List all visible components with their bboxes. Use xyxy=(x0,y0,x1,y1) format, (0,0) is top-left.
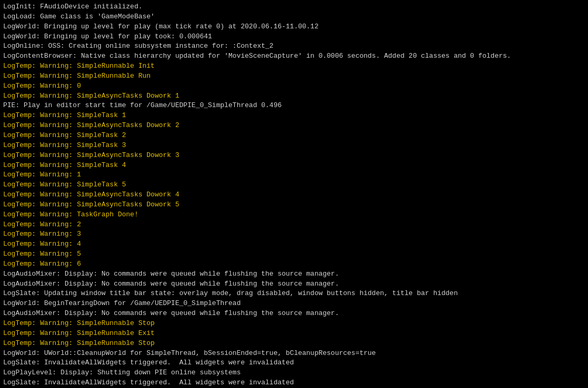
log-line: LogTemp: Warning: SimpleRunnable Stop xyxy=(3,319,585,329)
log-line: LogSlate: InvalidateAllWidgets triggered… xyxy=(3,358,585,368)
log-line: LogTemp: Warning: SimpleAsyncTasks Dowor… xyxy=(3,91,585,101)
log-line: LogTemp: Warning: 2 xyxy=(3,220,585,230)
log-line: LogTemp: Warning: SimpleTask 2 xyxy=(3,131,585,141)
log-line: LogTemp: Warning: 5 xyxy=(3,249,585,259)
log-line: LogTemp: Warning: SimpleTask 5 xyxy=(3,180,585,190)
log-line: LogSlate: Updating window title bar stat… xyxy=(3,289,585,299)
log-line: LogTemp: Warning: SimpleRunnable Init xyxy=(3,61,585,71)
log-line: LogTemp: Warning: SimpleRunnable Stop xyxy=(3,339,585,349)
log-line: LogTemp: Warning: 6 xyxy=(3,259,585,269)
log-line: LogTemp: Warning: 3 xyxy=(3,229,585,239)
log-line: LogTemp: Warning: SimpleTask 1 xyxy=(3,111,585,121)
log-line: LogAudioMixer: Display: No commands were… xyxy=(3,269,585,279)
log-line: LogLoad: Game class is 'GameModeBase' xyxy=(3,12,585,22)
log-line: LogTemp: Warning: SimpleAsyncTasks Dowor… xyxy=(3,121,585,131)
log-line: LogTemp: Warning: SimpleAsyncTasks Dowor… xyxy=(3,190,585,200)
log-line: LogTemp: Warning: SimpleAsyncTasks Dowor… xyxy=(3,200,585,210)
log-line: LogTemp: Warning: SimpleRunnable Run xyxy=(3,71,585,81)
log-line: PIE: Play in editor start time for /Game… xyxy=(3,101,585,111)
log-line: LogTemp: Warning: TaskGraph Done! xyxy=(3,210,585,220)
log-line: LogTemp: Warning: 4 xyxy=(3,239,585,249)
log-line: LogWorld: BeginTearingDown for /Game/UED… xyxy=(3,299,585,309)
log-line: LogWorld: Bringing up level for play (ma… xyxy=(3,22,585,32)
log-line: LogAudioMixer: Display: No commands were… xyxy=(3,309,585,319)
log-line: LogWorld: Bringing up level for play too… xyxy=(3,32,585,42)
log-line: LogTemp: Warning: SimpleRunnable Exit xyxy=(3,329,585,339)
log-line: LogTemp: Warning: 1 xyxy=(3,170,585,180)
log-line: LogTemp: Warning: SimpleAsyncTasks Dowor… xyxy=(3,151,585,161)
log-line: LogTemp: Warning: 0 xyxy=(3,81,585,91)
log-line: LogInit: FAudioDevice initialized. xyxy=(3,2,585,12)
log-line: LogTemp: Warning: SimpleTask 4 xyxy=(3,161,585,171)
log-line: LogWorld: UWorld::CleanupWorld for Simpl… xyxy=(3,349,585,359)
log-line: LogSlate: InvalidateAllWidgets triggered… xyxy=(3,378,585,388)
log-line: LogAudioMixer: Display: No commands were… xyxy=(3,279,585,289)
log-line: LogPlayLevel: Display: Shutting down PIE… xyxy=(3,368,585,378)
log-line: LogOnline: OSS: Creating online subsyste… xyxy=(3,41,585,51)
log-line: LogContentBrowser: Native class hierarch… xyxy=(3,51,585,61)
log-line: LogTemp: Warning: SimpleTask 3 xyxy=(3,141,585,151)
log-container: LogInit: FAudioDevice initialized.LogLoa… xyxy=(0,0,588,388)
